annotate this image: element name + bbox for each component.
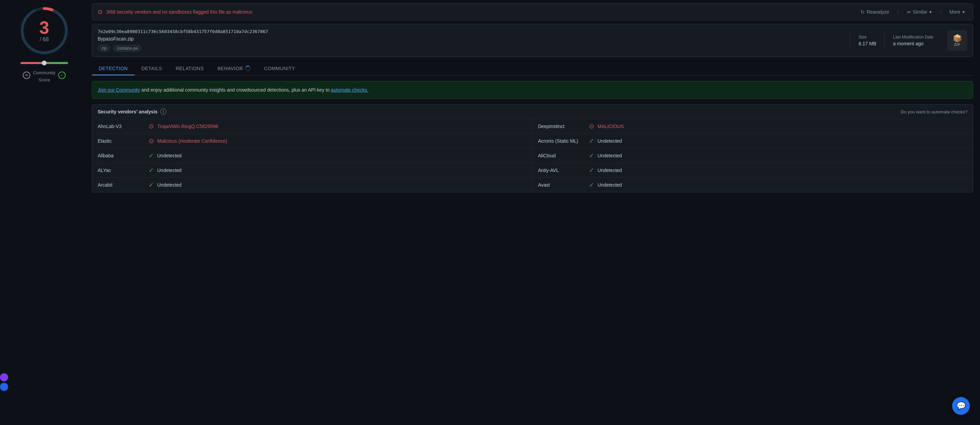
vendors-title-text: Security vendors' analysis: [98, 109, 158, 114]
warning-icon: ⊙: [149, 123, 154, 130]
vendor-cell-right: Avast ✓ Undetected: [533, 178, 973, 192]
vendor-result-left: Undetected: [157, 182, 182, 188]
chat-button[interactable]: 💬: [952, 397, 970, 415]
check-icon: ✓: [589, 181, 594, 189]
vendor-row: Alibaba ✓ Undetected AliCloud ✓ Undetect…: [92, 149, 973, 163]
slider-thumb: [42, 61, 47, 66]
check-icon: ✓: [589, 166, 594, 174]
vendor-result-right: Undetected: [598, 182, 622, 188]
vendor-name-left: ALYac: [98, 168, 145, 173]
community-slider: [21, 62, 68, 64]
community-score-label2: Score: [38, 77, 50, 82]
vendor-cell-right: AliCloud ✓ Undetected: [533, 149, 973, 163]
community-banner: Join our Community and enjoy additional …: [92, 81, 973, 99]
vendor-name-right: Acronis (Static ML): [538, 138, 585, 144]
vendor-cell-left: AhnLab-V3 ⊙ Trojan/Win.RingQ.C5629596: [92, 119, 533, 134]
zip-icon-glyph: 📦: [953, 34, 962, 43]
alert-banner: ⊙ 3/68 security vendors and no sandboxes…: [92, 3, 973, 21]
join-community-link[interactable]: Join our Community: [98, 87, 140, 93]
file-info-meta: Size 6.17 MB Last Modification Date a mo…: [850, 30, 967, 51]
tab-detection[interactable]: DETECTION: [92, 62, 134, 75]
separator2: |: [940, 9, 941, 14]
similar-icon: ⇌: [907, 9, 911, 14]
tab-behavior[interactable]: BEHAVIOR: [211, 62, 257, 75]
vendor-cell-left: Arcabit ✓ Undetected: [92, 178, 533, 192]
warning-icon: ⊙: [589, 123, 594, 130]
vendor-row: ALYac ✓ Undetected Antiy-AVL ✓ Undetecte…: [92, 163, 973, 178]
alert-left: ⊙ 3/68 security vendors and no sandboxes…: [98, 8, 253, 16]
close-icon[interactable]: ✕: [23, 72, 30, 79]
tabs-container: DETECTION DETAILS RELATIONS BEHAVIOR COM…: [92, 62, 973, 76]
file-info-box: 7e2e09c30ea8980311c736c5603458cbf58b4317…: [92, 24, 973, 57]
zip-label: ZIP: [954, 43, 961, 47]
community-banner-text: and enjoy additional community insights …: [140, 87, 331, 93]
date-label: Last Modification Date: [893, 35, 933, 40]
vendor-cell-left: Alibaba ✓ Undetected: [92, 149, 533, 163]
score-value: 3: [40, 19, 49, 37]
score-denominator: / 68: [40, 37, 49, 43]
automate-checks-link[interactable]: automate checks.: [331, 87, 369, 93]
more-chevron: ▾: [962, 9, 965, 14]
more-button[interactable]: More ▾: [947, 8, 967, 16]
side-circle-blue: [0, 383, 8, 391]
vendor-row: AhnLab-V3 ⊙ Trojan/Win.RingQ.C5629596 De…: [92, 119, 973, 134]
side-decoration: [0, 373, 8, 391]
behavior-spinner: [245, 66, 250, 71]
check-icon: ✓: [149, 181, 154, 189]
meta-date: Last Modification Date a moment ago: [893, 35, 933, 46]
vendor-result-left: Trojan/Win.RingQ.C5629596: [157, 124, 218, 129]
vendor-name-left: AhnLab-V3: [98, 124, 145, 129]
reanalyze-button[interactable]: ↻ Reanalyze: [858, 8, 892, 16]
more-label: More: [950, 9, 960, 14]
check-icon: ✓: [149, 152, 154, 159]
vendor-result-right: Undetected: [598, 168, 622, 173]
check-icon: ✓: [589, 152, 594, 159]
automate-link[interactable]: Do you want to automate checks?: [901, 109, 967, 114]
vendor-row: Elastic ⊙ Malicious (moderate Confidence…: [92, 134, 973, 149]
date-value: a moment ago: [893, 41, 933, 46]
vendor-cell-left: ALYac ✓ Undetected: [92, 163, 533, 177]
vendor-result-left: Undetected: [157, 168, 182, 173]
vendor-result-right: MALICIOUS: [598, 124, 624, 129]
vendor-rows-container: AhnLab-V3 ⊙ Trojan/Win.RingQ.C5629596 De…: [92, 119, 973, 192]
info-icon[interactable]: i: [160, 109, 166, 115]
meta-size: Size 6.17 MB: [859, 35, 876, 46]
check-icon[interactable]: ✓: [58, 72, 66, 79]
tab-behavior-loading: BEHAVIOR: [218, 66, 250, 71]
vendor-result-left: Undetected: [157, 153, 182, 158]
reanalyze-icon: ↻: [861, 9, 865, 14]
vendors-section: Security vendors' analysis i Do you want…: [92, 104, 973, 192]
tab-details[interactable]: DETAILS: [134, 62, 169, 75]
vendor-name-right: Antiy-AVL: [538, 168, 585, 173]
chat-icon: 💬: [956, 401, 966, 411]
vendor-name-left: Alibaba: [98, 153, 145, 158]
score-circle: 3 / 68: [17, 3, 72, 58]
left-panel: 3 / 68 ✕ Community Score ✓: [0, 0, 89, 425]
vendor-row: Arcabit ✓ Undetected Avast ✓ Undetected: [92, 178, 973, 192]
tab-relations[interactable]: RELATIONS: [169, 62, 211, 75]
vendor-result-right: Undetected: [598, 138, 622, 144]
separator1: |: [897, 9, 899, 14]
file-name: BypassFscan.zip: [98, 36, 850, 42]
similar-label: Similar: [913, 9, 928, 14]
vendor-name-left: Arcabit: [98, 182, 145, 188]
vendor-cell-left: Elastic ⊙ Malicious (moderate Confidence…: [92, 134, 533, 148]
vendor-result-left: Malicious (moderate Confidence): [157, 138, 227, 144]
alert-text: 3/68 security vendors and no sandboxes f…: [106, 9, 253, 14]
vendor-result-right: Undetected: [598, 153, 622, 158]
size-value: 6.17 MB: [859, 41, 876, 46]
alert-icon: ⊙: [98, 8, 103, 16]
similar-button[interactable]: ⇌ Similar ▾: [904, 8, 935, 16]
file-hash[interactable]: 7e2e09c30ea8980311c736c5603458cbf58b4317…: [98, 29, 850, 34]
tag-contains-pe[interactable]: contains-pe: [113, 45, 142, 52]
check-icon: ✓: [589, 137, 594, 145]
tag-zip[interactable]: zip: [98, 45, 110, 52]
similar-chevron: ▾: [929, 9, 932, 14]
meta-divider2: [885, 32, 885, 49]
tab-community[interactable]: COMMUNITY: [257, 62, 302, 75]
vendors-header: Security vendors' analysis i Do you want…: [92, 105, 973, 119]
community-score-label: Community: [33, 70, 56, 75]
vendor-cell-right: DeepInstinct ⊙ MALICIOUS: [533, 119, 973, 134]
side-circle-purple: [0, 373, 8, 382]
main-content: ⊙ 3/68 security vendors and no sandboxes…: [89, 0, 980, 425]
